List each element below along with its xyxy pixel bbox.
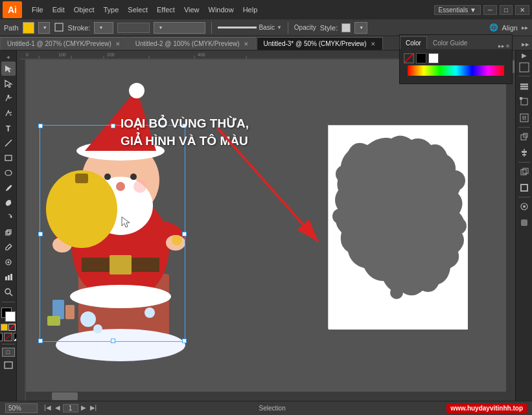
color-spectrum[interactable] (408, 65, 504, 76)
type-tool[interactable]: T (1, 121, 16, 135)
svg-rect-10 (6, 231, 10, 235)
path-label: Path (4, 24, 19, 32)
nav-prev[interactable]: ◀ (54, 404, 62, 412)
svg-line-6 (5, 140, 12, 146)
essentials-btn[interactable]: Essentials ▼ (434, 5, 481, 15)
appearance-btn[interactable] (517, 199, 531, 214)
direct-selection-tool[interactable] (1, 76, 16, 91)
collapse-right-btn[interactable]: ▶ (522, 52, 527, 59)
draw-mode-btn[interactable]: □ (2, 348, 15, 357)
color-panel-btn[interactable] (518, 61, 531, 74)
h-scroll-thumb[interactable] (52, 392, 78, 400)
horizontal-scrollbar[interactable] (26, 392, 515, 401)
right-sep3 (518, 162, 530, 163)
vertical-scrollbar[interactable] (506, 60, 515, 401)
menu-type[interactable]: Type (99, 5, 124, 15)
svg-rect-16 (8, 275, 10, 280)
tab-untitled2[interactable]: Untitled-2 @ 100% (CMYK/Preview) ✕ (128, 37, 256, 50)
fill-btn[interactable] (1, 324, 8, 331)
tab-untitled1[interactable]: Untitled-1 @ 207% (CMYK/Preview) ✕ (0, 37, 128, 50)
white-swatch[interactable] (428, 53, 439, 63)
tab-close-3[interactable]: ✕ (371, 41, 376, 47)
minimize-btn[interactable]: ─ (483, 5, 497, 15)
nav-next[interactable]: ▶ (80, 404, 87, 412)
paintbrush-tool[interactable] (1, 181, 16, 195)
zoom-tool[interactable] (1, 285, 16, 299)
globe-icon[interactable]: 🌐 (489, 23, 498, 31)
normal-mode[interactable] (0, 333, 3, 341)
symbol-tool[interactable] (1, 255, 16, 269)
svg-rect-7 (5, 155, 12, 161)
pathfinder-btn[interactable] (517, 164, 531, 179)
svg-text:T: T (6, 124, 11, 133)
menu-file[interactable]: File (27, 5, 48, 15)
svg-text:100: 100 (58, 52, 66, 57)
graphic-styles-btn[interactable] (517, 216, 531, 230)
color-boxes (1, 308, 16, 322)
style-swatch[interactable] (341, 23, 351, 32)
black-swatch[interactable] (416, 53, 426, 63)
more-options-icon[interactable]: ▸▸ (522, 24, 528, 31)
svg-rect-76 (521, 64, 527, 71)
stroke-btn[interactable] (8, 324, 16, 331)
graph-tool[interactable] (1, 270, 16, 284)
none-mode[interactable] (4, 333, 12, 341)
artboard-btn[interactable] (517, 95, 531, 109)
transform-btn[interactable] (517, 129, 531, 144)
page-input[interactable] (63, 404, 78, 412)
mode-btns (0, 333, 17, 341)
tab-close-2[interactable]: ✕ (244, 41, 249, 47)
svg-rect-94 (521, 219, 527, 226)
canvas-area[interactable]: 0 100 200 400 (17, 50, 532, 401)
panel-settings-btn[interactable]: ≡ (506, 43, 509, 49)
menu-effect[interactable]: Effect (152, 5, 179, 15)
zoom-input[interactable] (5, 403, 38, 413)
stroke-dropdown[interactable] (94, 22, 113, 34)
color-panel-float: Color Color Guide ▸▸ ≡ (399, 34, 513, 84)
rotate-tool[interactable] (1, 210, 16, 225)
ellipse-tool[interactable] (1, 166, 16, 180)
scale-tool[interactable] (1, 225, 16, 240)
stroke-width-dropdown[interactable] (154, 22, 205, 34)
menu-object[interactable]: Object (69, 5, 99, 15)
panel-menu-btn[interactable]: ▸▸ (498, 43, 505, 49)
selection-tool[interactable] (1, 62, 16, 76)
menu-edit[interactable]: Edit (48, 5, 69, 15)
tab-untitled3[interactable]: Untitled-3* @ 50% (CMYK/Preview) ✕ (257, 37, 383, 50)
toolbar-collapse[interactable]: ◂ (6, 53, 10, 61)
color-tab[interactable]: Color (400, 36, 427, 49)
nav-first[interactable]: |◀ (43, 404, 52, 412)
toolbar-sep (2, 302, 15, 302)
menu-help[interactable]: Help (238, 5, 262, 15)
right-sep4 (518, 197, 530, 197)
rectangle-tool[interactable] (1, 151, 16, 165)
layers-btn[interactable] (517, 78, 531, 93)
screen-mode-btn[interactable] (1, 358, 16, 372)
style-dropdown[interactable] (354, 22, 367, 34)
pen-tool[interactable] (1, 91, 16, 106)
stroke-width-input[interactable] (117, 23, 150, 33)
align-btn[interactable] (517, 146, 531, 160)
fill-swatch[interactable] (23, 22, 34, 34)
tab-scroll-btn[interactable]: ▸▸ (519, 39, 532, 50)
tab-close-1[interactable]: ✕ (115, 41, 121, 47)
nav-last[interactable]: ▶| (89, 404, 98, 412)
color-guide-tab[interactable]: Color Guide (427, 36, 473, 49)
menu-window[interactable]: Window (204, 5, 238, 15)
fill-dropdown[interactable] (38, 22, 50, 34)
blob-brush-tool[interactable] (1, 196, 16, 210)
red-arrow (198, 115, 334, 264)
menu-select[interactable]: Select (123, 5, 152, 15)
svg-rect-89 (521, 170, 526, 175)
menu-view[interactable]: View (179, 5, 204, 15)
background-color[interactable] (5, 311, 16, 322)
no-fill-swatch[interactable] (404, 53, 414, 63)
eyedropper-tool[interactable] (1, 240, 16, 254)
links-btn[interactable]: ⛓ (517, 111, 531, 125)
line-tool[interactable] (1, 136, 16, 150)
color-swatches (400, 49, 512, 84)
add-anchor-tool[interactable]: + (1, 106, 16, 120)
stroke-panel-btn[interactable] (517, 181, 531, 195)
close-btn[interactable]: ✕ (515, 5, 529, 15)
maximize-btn[interactable]: □ (500, 5, 513, 15)
